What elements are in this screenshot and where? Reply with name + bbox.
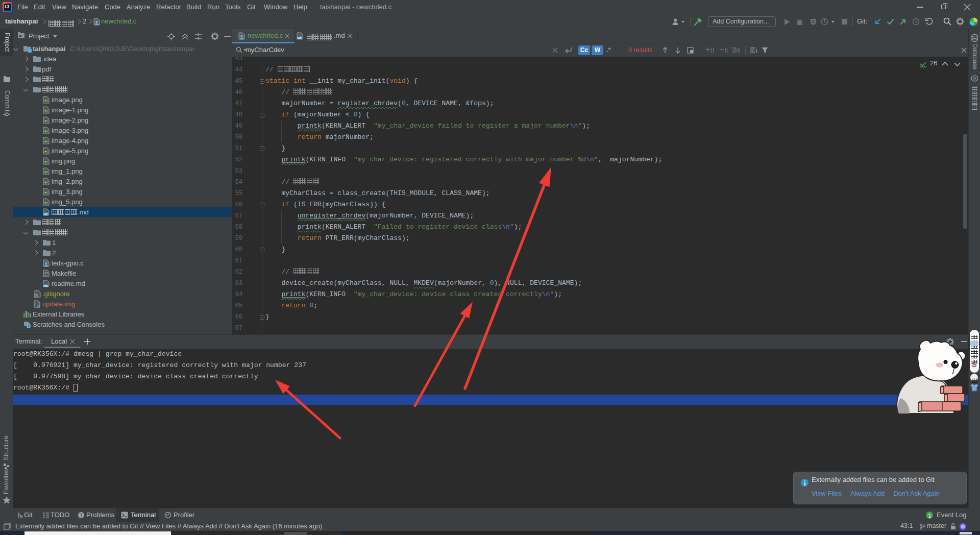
svg-text:MD: MD — [297, 37, 302, 40]
svg-text:MD: MD — [43, 284, 48, 287]
svg-text:?: ? — [37, 304, 40, 308]
svg-text:MD: MD — [43, 213, 48, 216]
